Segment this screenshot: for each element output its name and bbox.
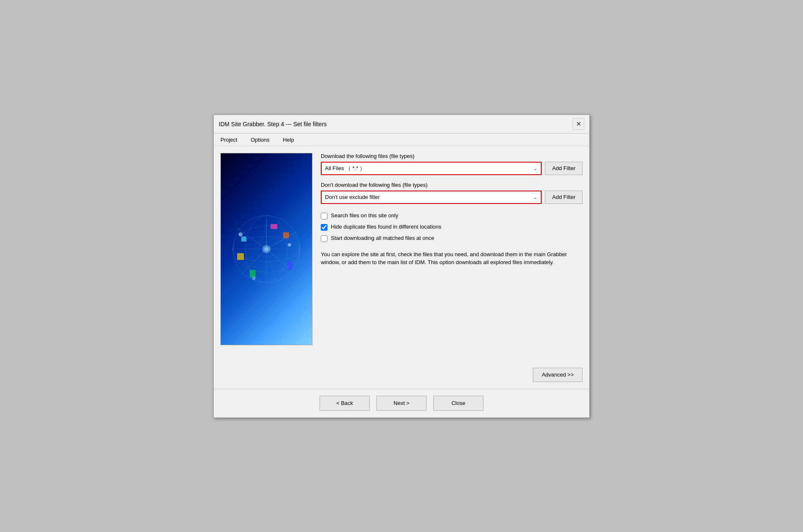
include-filter-label: Download the following files (file types… — [321, 153, 583, 159]
include-filter-section: Download the following files (file types… — [321, 153, 583, 175]
search-site-only-checkbox[interactable] — [321, 213, 327, 219]
right-panel: Download the following files (file types… — [321, 153, 583, 382]
checkboxes-section: Search files on this site only Hide dupl… — [321, 211, 583, 242]
globe-overlay — [221, 153, 312, 345]
svg-point-25 — [252, 277, 256, 280]
menu-project[interactable]: Project — [217, 135, 240, 144]
close-button[interactable]: Close — [433, 396, 483, 411]
hide-duplicates-checkbox[interactable] — [321, 224, 327, 231]
svg-line-20 — [266, 249, 292, 270]
exclude-filter-value: Don't use exclude filter — [325, 194, 380, 200]
globe-graphic — [229, 211, 304, 287]
search-site-only-label[interactable]: Search files on this site only — [331, 212, 398, 219]
svg-line-22 — [266, 249, 275, 278]
svg-rect-14 — [241, 237, 246, 242]
description-text: You can explore the site at first, check… — [321, 250, 583, 267]
window-title: IDM Site Grabber. Step 4 --- Set file fi… — [219, 121, 327, 127]
main-window: IDM Site Grabber. Step 4 --- Set file fi… — [213, 115, 590, 418]
hide-duplicates-label[interactable]: Hide duplicate files found in different … — [331, 224, 441, 230]
exclude-dropdown-arrow-icon: ⌄ — [533, 194, 537, 200]
decorative-image — [220, 153, 312, 345]
menu-options[interactable]: Options — [247, 135, 273, 144]
svg-rect-10 — [283, 232, 289, 238]
advanced-section: Advanced >> — [321, 361, 583, 382]
window-close-button[interactable]: ✕ — [573, 118, 584, 130]
start-downloading-label[interactable]: Start downloading all matched files at o… — [331, 235, 434, 241]
menu-help[interactable]: Help — [279, 135, 297, 144]
start-downloading-row: Start downloading all matched files at o… — [321, 235, 583, 242]
advanced-button[interactable]: Advanced >> — [533, 368, 583, 382]
svg-rect-11 — [250, 270, 256, 277]
include-filter-row: All Files （ *.* ） ⌄ Add Filter — [321, 162, 583, 175]
svg-point-23 — [238, 232, 243, 237]
menu-bar: Project Options Help — [214, 134, 589, 146]
svg-point-24 — [288, 243, 291, 247]
footer: < Back Next > Close — [214, 389, 589, 417]
svg-rect-9 — [237, 253, 244, 260]
search-site-only-row: Search files on this site only — [321, 212, 583, 219]
exclude-filter-section: Don't download the following files (file… — [321, 182, 583, 204]
exclude-filter-row: Don't use exclude filter ⌄ Add Filter — [321, 191, 583, 204]
exclude-filter-dropdown[interactable]: Don't use exclude filter ⌄ — [321, 191, 542, 204]
next-button[interactable]: Next > — [376, 396, 427, 411]
title-bar: IDM Site Grabber. Step 4 --- Set file fi… — [214, 115, 589, 134]
include-dropdown-arrow-icon: ⌄ — [533, 165, 537, 171]
exclude-filter-label: Don't download the following files (file… — [321, 182, 583, 188]
svg-rect-13 — [271, 224, 277, 229]
hide-duplicates-row: Hide duplicate files found in different … — [321, 224, 583, 231]
content-area: Download the following files (file types… — [214, 146, 589, 389]
exclude-add-filter-button[interactable]: Add Filter — [545, 191, 583, 204]
back-button[interactable]: < Back — [320, 396, 370, 411]
start-downloading-checkbox[interactable] — [321, 235, 327, 242]
include-filter-value: All Files （ *.* ） — [325, 165, 365, 172]
include-add-filter-button[interactable]: Add Filter — [545, 162, 583, 175]
include-filter-dropdown[interactable]: All Files （ *.* ） ⌄ — [321, 162, 542, 175]
